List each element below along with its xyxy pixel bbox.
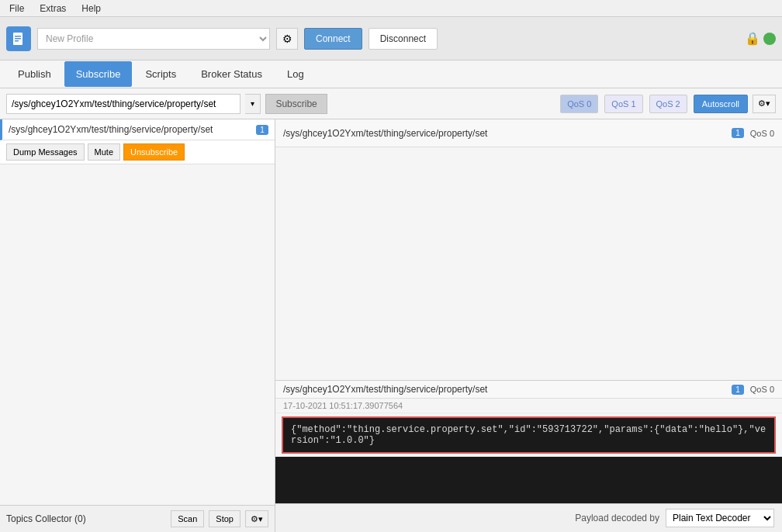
menu-help[interactable]: Help	[78, 3, 104, 14]
message-detail-header: /sys/ghcey1O2Yxm/test/thing/service/prop…	[275, 381, 782, 399]
tab-broker-status[interactable]: Broker Status	[189, 61, 274, 87]
subscription-message-count: 1	[256, 125, 268, 135]
connect-button[interactable]: Connect	[304, 28, 362, 50]
main-layout: /sys/ghcey1O2Yxm/test/thing/service/prop…	[0, 119, 782, 532]
tab-publish[interactable]: Publish	[6, 61, 63, 87]
subscription-item: /sys/ghcey1O2Yxm/test/thing/service/prop…	[0, 119, 275, 140]
tab-bar: Publish Subscribe Scripts Broker Status …	[0, 60, 782, 88]
subscription-topic: /sys/ghcey1O2Yxm/test/thing/service/prop…	[9, 124, 253, 135]
status-icons: 🔒	[745, 31, 776, 46]
svg-rect-1	[15, 36, 21, 37]
message-area	[275, 147, 782, 380]
topics-collector-label: Topics Collector (0)	[6, 513, 166, 524]
autoscroll-button[interactable]: Autoscroll	[694, 95, 748, 113]
scan-button[interactable]: Scan	[171, 510, 204, 527]
left-panel: /sys/ghcey1O2Yxm/test/thing/service/prop…	[0, 119, 275, 532]
subscribe-bar: ▾ Subscribe QoS 0 QoS 1 QoS 2 Autoscroll…	[0, 88, 782, 119]
tab-scripts[interactable]: Scripts	[133, 61, 188, 87]
document-icon	[11, 31, 26, 47]
message-footer: Payload decoded by Plain Text Decoder	[275, 503, 782, 532]
decoder-select[interactable]: Plain Text Decoder	[666, 509, 774, 527]
menu-bar: File Extras Help	[0, 0, 782, 17]
profile-select[interactable]: New Profile	[37, 28, 270, 50]
subscription-actions: Dump Messages Mute Unsubscribe	[0, 140, 275, 164]
mute-button[interactable]: Mute	[88, 143, 120, 161]
app-logo	[6, 26, 31, 51]
qos0-button[interactable]: QoS 0	[560, 95, 598, 113]
connection-status-dot	[763, 33, 776, 45]
dump-messages-button[interactable]: Dump Messages	[6, 143, 85, 161]
message-payload-box: {"method":"thing.service.property.set","…	[282, 416, 776, 454]
message-detail-qos: QoS 0	[750, 385, 774, 394]
svg-rect-2	[15, 38, 21, 40]
decoder-label: Payload decoded by	[575, 513, 659, 523]
message-header: /sys/ghcey1O2Yxm/test/thing/service/prop…	[275, 119, 782, 147]
topics-collector: Topics Collector (0) Scan Stop ⚙▾	[0, 505, 275, 532]
menu-file[interactable]: File	[6, 3, 27, 14]
svg-rect-3	[15, 40, 19, 42]
message-detail-count: 1	[732, 385, 744, 395]
toolbar: New Profile ⚙ Connect Disconnect 🔒	[0, 17, 782, 60]
message-payload-empty	[275, 457, 782, 503]
message-count-badge: 1	[732, 128, 744, 138]
topic-input[interactable]	[6, 94, 240, 114]
collector-settings-button[interactable]: ⚙▾	[245, 510, 268, 527]
lock-icon: 🔒	[745, 31, 760, 46]
message-detail: /sys/ghcey1O2Yxm/test/thing/service/prop…	[275, 380, 782, 503]
qos1-button[interactable]: QoS 1	[604, 95, 642, 113]
tab-log[interactable]: Log	[275, 61, 316, 87]
message-qos: QoS 0	[750, 129, 774, 138]
unsubscribe-button[interactable]: Unsubscribe	[123, 143, 185, 161]
stop-button[interactable]: Stop	[209, 510, 240, 527]
message-timestamp: 17-10-2021 10:51:17.39077564	[275, 399, 782, 413]
view-settings-button[interactable]: ⚙▾	[753, 95, 776, 113]
message-topic: /sys/ghcey1O2Yxm/test/thing/service/prop…	[283, 128, 728, 139]
tab-subscribe[interactable]: Subscribe	[64, 61, 133, 87]
qos2-button[interactable]: QoS 2	[649, 95, 687, 113]
subscribe-button[interactable]: Subscribe	[265, 94, 327, 114]
message-detail-topic: /sys/ghcey1O2Yxm/test/thing/service/prop…	[283, 384, 732, 395]
right-panel: /sys/ghcey1O2Yxm/test/thing/service/prop…	[275, 119, 782, 532]
left-spacer	[0, 164, 275, 505]
profile-settings-button[interactable]: ⚙	[276, 28, 298, 50]
message-payload: {"method":"thing.service.property.set","…	[283, 418, 774, 452]
topic-dropdown-button[interactable]: ▾	[245, 94, 261, 114]
disconnect-button[interactable]: Disconnect	[369, 28, 438, 50]
menu-extras[interactable]: Extras	[36, 3, 69, 14]
